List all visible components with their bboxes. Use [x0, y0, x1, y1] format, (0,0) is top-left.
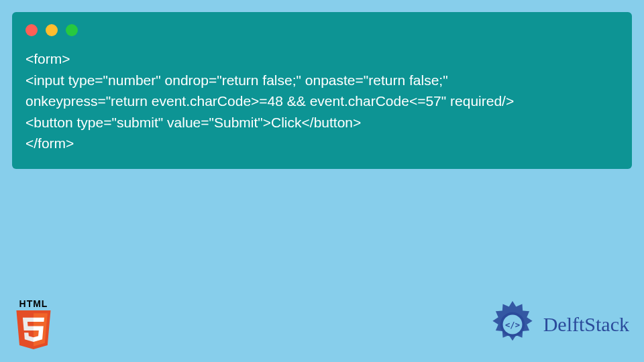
delftstack-brand: </> DelftStack	[487, 299, 629, 350]
window-traffic-lights	[25, 24, 619, 36]
delftstack-text: DelftStack	[543, 313, 629, 336]
code-line: onkeypress="return event.charCode>=48 &&…	[25, 93, 514, 109]
code-block: <form> <input type="number" ondrop="retu…	[12, 12, 632, 169]
html5-logo: HTML	[12, 298, 55, 350]
code-line: </form>	[25, 135, 74, 151]
delftstack-logo-icon: </>	[487, 299, 538, 350]
svg-text:</>: </>	[505, 320, 520, 330]
maximize-icon	[66, 24, 78, 36]
html5-shield-icon	[14, 310, 53, 350]
code-content: <form> <input type="number" ondrop="retu…	[25, 48, 619, 154]
minimize-icon	[46, 24, 58, 36]
code-line: <button type="submit" value="Submit">Cli…	[25, 115, 361, 130]
html5-label: HTML	[12, 298, 55, 309]
code-line: <input type="number" ondrop="return fals…	[25, 72, 448, 88]
code-line: <form>	[25, 51, 70, 66]
close-icon	[25, 24, 38, 36]
